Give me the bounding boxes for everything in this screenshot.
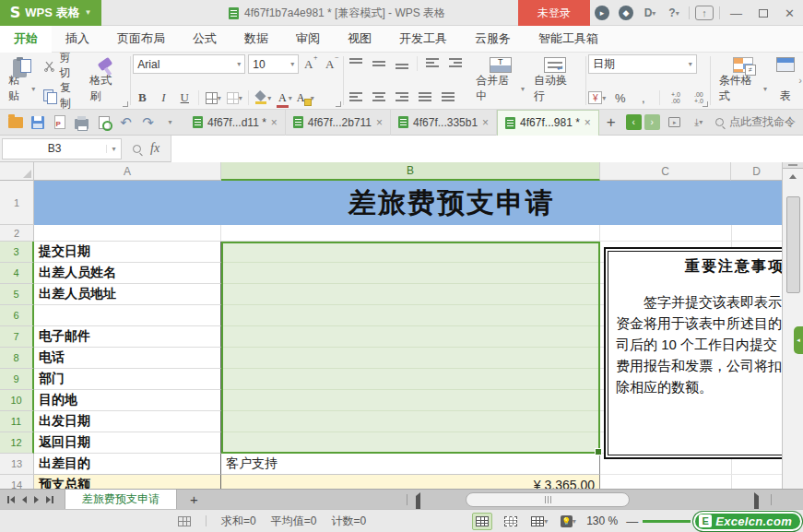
italic-button[interactable]: I (154, 89, 172, 107)
input-cell[interactable] (221, 242, 600, 263)
next-sheet-icon[interactable] (34, 496, 39, 503)
cell[interactable] (600, 225, 782, 242)
prev-tab-button[interactable]: ‹ (626, 114, 642, 130)
input-cell[interactable] (221, 326, 600, 348)
document-tab[interactable]: 4f67f...d11 * × (185, 110, 286, 136)
print-button[interactable] (72, 112, 91, 133)
open-file-button[interactable] (6, 112, 25, 133)
cell[interactable] (34, 225, 221, 242)
input-cell[interactable] (221, 348, 600, 369)
column-header-b[interactable]: B (221, 162, 600, 181)
select-all-corner[interactable] (0, 162, 34, 181)
label-cell[interactable] (34, 305, 221, 326)
label-cell[interactable]: 部门 (34, 369, 221, 390)
font-name-select[interactable]: Arial▾ (133, 54, 245, 74)
input-cell[interactable] (221, 432, 600, 454)
scroll-right-icon[interactable] (754, 496, 759, 509)
zoom-slider[interactable] (643, 520, 691, 523)
input-cell[interactable] (221, 284, 600, 305)
font-color-button[interactable]: A▾ (275, 89, 293, 107)
table-style-button[interactable]: 表 (772, 55, 799, 106)
row-header[interactable]: 3 (0, 242, 34, 263)
tab-data[interactable]: 数据 (230, 26, 282, 53)
formula-input[interactable] (171, 136, 803, 162)
sheet-tab-active[interactable]: 差旅费预支申请 (65, 490, 177, 510)
column-header-a[interactable]: A (34, 162, 221, 181)
fx-icon[interactable]: fx (150, 141, 159, 156)
tab-view[interactable]: 视图 (334, 26, 385, 53)
dialog-launcher-icon[interactable] (703, 101, 708, 107)
close-button[interactable]: ✕ (776, 0, 803, 26)
borders-button[interactable]: ▾ (204, 89, 222, 107)
input-cell[interactable] (221, 369, 600, 390)
find-command-box[interactable]: 点此查找命令 (715, 114, 796, 130)
insert-function-icon[interactable] (133, 145, 141, 153)
label-cell[interactable]: 提交日期 (34, 242, 221, 263)
close-tab-icon[interactable]: × (482, 116, 489, 129)
zoom-out-icon[interactable]: — (626, 514, 638, 528)
label-cell[interactable]: 出差人员地址 (34, 284, 221, 305)
label-cell[interactable]: 预支总额 (34, 475, 221, 489)
value-cell[interactable]: 客户支持 (221, 454, 600, 475)
new-document-tab-button[interactable]: + (599, 113, 623, 132)
sidebar-collapse-button[interactable]: ◂ (794, 326, 803, 354)
page-layout-view-button[interactable]: ▾ (529, 513, 549, 530)
align-top-button[interactable] (346, 54, 366, 73)
input-cell[interactable] (221, 263, 600, 284)
label-cell[interactable]: 出发日期 (34, 411, 221, 432)
dialog-launcher-icon[interactable] (336, 101, 341, 107)
input-cell[interactable] (221, 390, 600, 411)
draw-border-button[interactable]: ▾ (225, 89, 243, 107)
label-cell[interactable]: 目的地 (34, 390, 221, 411)
tab-home[interactable]: 开始 (0, 26, 52, 53)
reading-mode-button[interactable]: 💡▾ (558, 513, 578, 530)
export-pdf-button[interactable] (50, 112, 69, 133)
close-tab-icon[interactable]: × (585, 116, 591, 129)
row-header[interactable]: 2 (0, 225, 34, 242)
align-left-button[interactable] (346, 89, 366, 107)
row-header[interactable]: 1 (0, 181, 34, 225)
upload-icon[interactable]: ↑ (692, 0, 716, 26)
currency-format-button[interactable]: ¥▾ (588, 89, 607, 107)
row-header[interactable]: 5 (0, 284, 34, 305)
column-header-d[interactable]: D (731, 162, 782, 181)
feedback-icon[interactable]: ◆ (614, 0, 638, 26)
comma-format-button[interactable]: , (634, 89, 653, 107)
row-header[interactable]: 12 (0, 432, 34, 454)
row-header[interactable]: 4 (0, 263, 34, 284)
row-header[interactable]: 10 (0, 390, 34, 411)
maximize-button[interactable] (750, 0, 776, 26)
wrap-text-button[interactable]: 自动换行 (529, 55, 582, 106)
undo-button[interactable]: ↶ (116, 112, 136, 133)
font-size-select[interactable]: 10▾ (248, 54, 299, 74)
close-tab-icon[interactable]: × (376, 116, 383, 129)
copy-button[interactable]: 复制 (40, 88, 85, 104)
split-handle[interactable] (783, 162, 803, 169)
page-break-view-button[interactable] (501, 513, 521, 530)
row-header[interactable]: 6 (0, 305, 34, 326)
save-button[interactable] (28, 112, 47, 133)
docer-icon[interactable]: D▾ (638, 0, 662, 26)
decrease-indent-button[interactable] (422, 54, 443, 73)
row-header[interactable]: 14 (0, 475, 34, 489)
increase-font-button[interactable]: A (301, 55, 320, 74)
row-header[interactable]: 7 (0, 326, 34, 348)
minimize-button[interactable]: — (723, 0, 750, 26)
tab-page-layout[interactable]: 页面布局 (103, 26, 179, 53)
vertical-scrollbar[interactable] (782, 162, 803, 489)
horizontal-scroll-thumb[interactable] (466, 492, 630, 507)
login-button[interactable]: 未登录 (518, 0, 590, 26)
column-header-c[interactable]: C (600, 162, 731, 181)
align-bottom-button[interactable] (392, 54, 412, 73)
row-header[interactable]: 13 (0, 454, 34, 475)
add-sheet-button[interactable]: + (190, 491, 198, 507)
cell[interactable] (600, 475, 782, 489)
prev-sheet-icon[interactable] (22, 496, 27, 503)
tab-review[interactable]: 审阅 (282, 26, 334, 53)
row-header[interactable]: 11 (0, 411, 34, 432)
align-middle-button[interactable] (369, 54, 389, 73)
quickbar-more-button[interactable]: ▾ (160, 112, 180, 133)
fill-color-button[interactable]: ▾ (254, 89, 272, 107)
format-painter-button[interactable]: 格式刷 (85, 55, 126, 106)
increase-indent-button[interactable] (445, 54, 466, 73)
